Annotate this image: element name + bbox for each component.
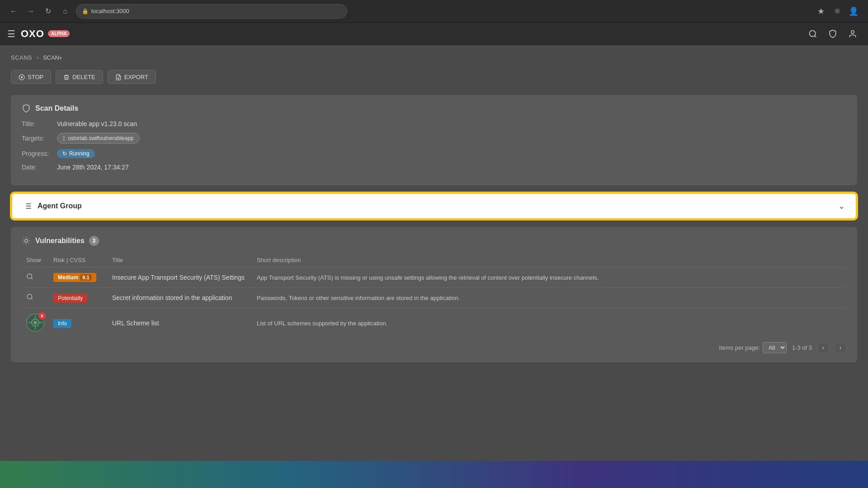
vulnerabilities-bug-icon — [22, 236, 31, 245]
avatar-cell-3: 6 — [26, 314, 44, 332]
export-button[interactable]: EXPORT — [108, 70, 156, 84]
col-desc-header: Short description — [252, 253, 846, 267]
spin-icon: ↻ — [62, 150, 67, 157]
delete-label: DELETE — [72, 74, 95, 80]
svg-point-0 — [810, 30, 816, 36]
browser-right-actions: ★ ⚛ 👤 — [814, 4, 861, 19]
browser-chrome: ← → ↻ ⌂ 🔒 localhost:3000 ★ ⚛ 👤 — [0, 0, 868, 23]
profile-button[interactable]: 👤 — [846, 4, 861, 19]
desc-cell-1: App Transport Security (ATS) is missing … — [252, 267, 846, 288]
breadcrumb-separator: > — [36, 54, 39, 61]
svg-point-16 — [33, 321, 37, 324]
url-text: localhost:3000 — [91, 8, 129, 14]
address-bar[interactable]: 🔒 localhost:3000 — [76, 4, 347, 19]
title-label: Title: — [22, 120, 53, 127]
back-button[interactable]: ← — [7, 5, 20, 18]
breadcrumb-scan-label: SCAN — [43, 54, 59, 61]
home-button[interactable]: ⌂ — [59, 5, 71, 18]
risk-badge-info-3: Info — [53, 319, 71, 328]
export-icon — [115, 74, 122, 80]
risk-score-1: 9.1 — [80, 274, 91, 281]
scan-title-row: Title: Vulnerable app v1.23.0 scan — [22, 120, 846, 127]
title-cell-3: URL Scheme list — [108, 308, 252, 338]
risk-cell-3: Info — [49, 308, 108, 338]
hamburger-button[interactable]: ☰ — [7, 28, 15, 39]
risk-badge-medium-1: Medium 9.1 — [53, 273, 96, 282]
table-header-row: Show Risk | CVSS Title Short description — [22, 253, 846, 267]
search-icon — [808, 29, 817, 38]
pagination-range: 1-3 of 3 — [792, 344, 812, 351]
risk-cell-1: Medium 9.1 — [49, 267, 108, 288]
title-cell-1: Insecure App Transport Security (ATS) Se… — [108, 267, 252, 288]
scan-details-shield-icon — [22, 104, 31, 113]
title-value: Vulnerable app v1.23.0 scan — [57, 120, 137, 127]
bottom-gradient — [0, 461, 868, 488]
show-cell-3: 6 — [22, 308, 49, 338]
vuln-desc-2: Passwords, Tokens or other sensitive inf… — [257, 295, 460, 301]
avatar-notification-badge: 6 — [38, 312, 46, 319]
user-header-button[interactable] — [844, 26, 861, 42]
shield-header-button[interactable] — [825, 26, 841, 42]
show-cell-2 — [22, 288, 49, 308]
svg-point-1 — [851, 30, 854, 33]
breadcrumb-scan-current: SCAN▾ — [43, 54, 62, 61]
items-per-page-select[interactable]: All 10 25 50 — [763, 342, 787, 353]
forward-button[interactable]: → — [24, 5, 37, 18]
vuln-title-1: Insecure App Transport Security (ATS) Se… — [112, 274, 245, 281]
desc-cell-2: Passwords, Tokens or other sensitive inf… — [252, 288, 846, 308]
risk-cell-2: Potentially — [49, 288, 108, 308]
refresh-button[interactable]: ↻ — [42, 5, 54, 18]
svg-rect-3 — [21, 76, 23, 78]
app-header: ☰ OXO Alpha — [0, 23, 868, 45]
search-header-button[interactable] — [805, 26, 821, 42]
title-cell-2: Secret information stored in the applica… — [108, 288, 252, 308]
agent-group-list-icon — [23, 202, 32, 211]
items-per-page-label: Items per page: — [719, 344, 760, 351]
risk-label-1: Medium — [58, 274, 78, 281]
stop-label: STOP — [28, 74, 43, 80]
extensions-button[interactable]: ⚛ — [830, 4, 844, 19]
delete-icon — [63, 74, 70, 80]
table-row: 6 Info URL Scheme list List of URL schem… — [22, 308, 846, 338]
breadcrumb: SCANS > SCAN▾ — [11, 54, 857, 61]
row-search-icon-2[interactable] — [26, 294, 33, 302]
items-per-page: Items per page: All 10 25 50 — [719, 342, 787, 353]
table-row: Potentially Secret information stored in… — [22, 288, 846, 308]
desc-cell-3: List of URL schemes supported by the app… — [252, 308, 846, 338]
breadcrumb-dropdown-icon[interactable]: ▾ — [59, 55, 62, 61]
main-content: SCANS > SCAN▾ STOP DELETE EXPORT — [0, 45, 868, 488]
lock-icon: 🔒 — [82, 8, 89, 14]
progress-status: Running — [69, 150, 90, 157]
date-value: June 28th 2024, 17:34:27 — [57, 164, 129, 171]
vuln-desc-1: App Transport Security (ATS) is missing … — [257, 274, 599, 281]
header-right — [805, 26, 861, 42]
svg-point-13 — [27, 294, 32, 299]
agent-group-panel[interactable]: Agent Group ⌄ — [11, 192, 857, 220]
pagination-row: Items per page: All 10 25 50 1-3 of 3 ‹ … — [22, 342, 846, 353]
pagination-prev-button[interactable]: ‹ — [817, 343, 829, 353]
action-toolbar: STOP DELETE EXPORT — [11, 70, 857, 84]
stop-button[interactable]: STOP — [11, 70, 51, 84]
scan-details-header: Scan Details — [22, 104, 846, 113]
agent-group-left: Agent Group — [23, 202, 82, 211]
pagination-next-button[interactable]: › — [835, 343, 846, 353]
scan-details-title: Scan Details — [35, 104, 78, 113]
delete-button[interactable]: DELETE — [56, 70, 103, 84]
row-search-icon-1[interactable] — [26, 274, 33, 282]
col-title-header: Title — [108, 253, 252, 267]
vuln-title-3: URL Scheme list — [112, 319, 159, 327]
svg-point-11 — [25, 239, 28, 243]
target-value: ostorlab.swiftvulnerableapp — [68, 135, 133, 141]
target-badge:  ostorlab.swiftvulnerableapp — [57, 133, 140, 144]
risk-badge-potentially-2: Potentially — [53, 294, 87, 303]
col-show-header: Show — [22, 253, 49, 267]
app-logo: OXO — [21, 28, 44, 40]
scan-details-card: Scan Details Title: Vulnerable app v1.23… — [11, 95, 857, 185]
shield-icon — [828, 29, 837, 38]
breadcrumb-scans-link[interactable]: SCANS — [11, 54, 32, 61]
show-cell-1 — [22, 267, 49, 288]
user-icon — [848, 29, 857, 38]
bookmark-button[interactable]: ★ — [814, 4, 828, 19]
scan-targets-row: Targets:  ostorlab.swiftvulnerableapp — [22, 133, 846, 144]
targets-label: Targets: — [22, 135, 53, 142]
